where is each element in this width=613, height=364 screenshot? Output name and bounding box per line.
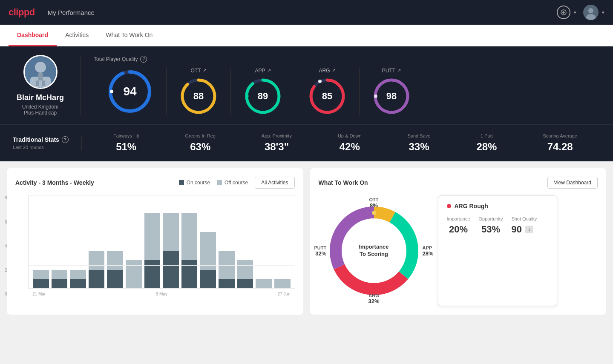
bar-group-9 <box>200 195 216 289</box>
bar-off-10 <box>219 251 235 279</box>
bar-off-9 <box>200 232 216 270</box>
bar-group-13 <box>274 195 291 289</box>
donut-center-text: ImportanceTo Scoring <box>359 244 389 258</box>
view-dashboard-button[interactable]: View Dashboard <box>547 177 598 189</box>
bar-on-7 <box>163 251 179 289</box>
bar-off-6 <box>144 213 161 260</box>
score-card-arg: ARG ↗ 85 <box>295 68 360 115</box>
bar-off-4 <box>107 251 123 269</box>
avatar[interactable] <box>583 5 599 20</box>
stat-help-icon[interactable]: ? <box>62 136 69 143</box>
bar-on-1 <box>52 279 68 289</box>
bar-off-1 <box>52 270 68 279</box>
avatar-chevron: ▾ <box>602 10 604 15</box>
tab-dashboard[interactable]: Dashboard <box>9 25 57 46</box>
avatar-group[interactable]: ▾ <box>583 5 604 20</box>
stat-1-putt-value: 28% <box>476 141 497 153</box>
score-card-ott: OTT ↗ 88 <box>167 68 231 115</box>
stat-up-down-value: 42% <box>338 141 362 153</box>
detail-dot <box>447 204 451 208</box>
tab-what-to-work-on[interactable]: What To Work On <box>97 25 161 46</box>
add-button[interactable] <box>557 6 570 19</box>
score-card-ott-label: OTT ↗ <box>191 68 207 74</box>
bar-off-7 <box>163 213 179 251</box>
bar-group-0 <box>33 195 49 289</box>
bar-on-2 <box>70 279 86 289</box>
svg-point-33 <box>338 263 342 267</box>
bar-on-6 <box>144 260 161 289</box>
detail-metric-shot-quality-label: Shot Quality <box>511 216 537 221</box>
score-card-arg-label: ARG ↗ <box>319 68 335 74</box>
bar-group-2 <box>70 195 86 289</box>
legend-on-course-label: On course <box>187 180 210 186</box>
stat-up-down: Up & Down 42% <box>338 133 362 153</box>
player-info: Blair McHarg United Kingdom Plus Handica… <box>13 55 81 116</box>
bar-on-0 <box>33 279 49 289</box>
score-card-app-label: APP ↗ <box>255 68 271 74</box>
bar-on-4 <box>107 270 123 289</box>
stat-sand-save: Sand Save 33% <box>408 133 431 153</box>
gauge-ott: 88 <box>179 77 218 115</box>
player-name: Blair McHarg <box>17 93 64 102</box>
chart-controls: On course Off course All Activities <box>179 177 295 189</box>
donut-label-app: APP 28% <box>422 245 433 257</box>
chart-legend: On course Off course <box>179 180 248 186</box>
bottom-section: Activity - 3 Months - Weekly On course O… <box>0 161 613 321</box>
detail-metric-importance-label: Importance <box>447 216 470 221</box>
quality-help-icon[interactable]: ? <box>140 56 147 63</box>
svg-point-7 <box>35 62 46 73</box>
stats-row: Traditional Stats ? Last 20 rounds Fairw… <box>0 124 613 161</box>
stat-scoring-average: Scoring Average 74.28 <box>543 133 577 153</box>
gauge-ott-value: 88 <box>193 91 204 102</box>
bar-on-9 <box>200 270 216 289</box>
stat-rounds-label: Last 20 rounds <box>13 145 69 150</box>
svg-rect-9 <box>38 73 43 81</box>
stat-app-proximity-value: 38'3" <box>262 141 292 153</box>
svg-point-30 <box>372 211 376 215</box>
all-activities-button[interactable]: All Activities <box>255 177 294 189</box>
header-title: My Performance <box>48 9 557 16</box>
y-axis: 8 6 4 2 0 <box>5 195 7 296</box>
stat-fairways-hit: Fairways Hit 51% <box>113 133 139 153</box>
player-handicap: Plus Handicap <box>24 110 57 116</box>
bars-container <box>29 195 295 289</box>
work-card: What To Work On View Dashboard <box>310 168 607 315</box>
x-labels: 21 Mar 9 May 27 Jun <box>28 289 295 296</box>
chart-header: Activity - 3 Months - Weekly On course O… <box>15 177 295 189</box>
detail-metric-shot-quality-value: 90 <box>511 224 521 235</box>
bar-group-12 <box>256 195 272 289</box>
score-card-total: 94 <box>94 68 167 115</box>
legend-on-course: On course <box>179 180 210 186</box>
stat-greens-in-reg: Greens In Reg 63% <box>185 133 216 153</box>
bar-group-8 <box>181 195 198 289</box>
bar-on-8 <box>181 260 198 289</box>
stat-greens-in-reg-value: 63% <box>185 141 216 153</box>
logo: clippd <box>9 7 35 18</box>
bar-off-13 <box>274 279 291 289</box>
bar-on-10 <box>219 279 235 289</box>
stat-sand-save-value: 33% <box>408 141 431 153</box>
stat-1-putt-name: 1 Putt <box>476 133 497 138</box>
gauge-total: 94 <box>106 68 153 115</box>
tab-activities[interactable]: Activities <box>57 25 97 46</box>
stat-sand-save-name: Sand Save <box>408 133 431 138</box>
chart-card: Activity - 3 Months - Weekly On course O… <box>7 168 303 315</box>
gauge-total-value: 94 <box>123 85 136 98</box>
player-country: United Kingdom <box>22 104 58 110</box>
logo-text: clippd <box>9 7 35 18</box>
stat-section-label: Traditional Stats ? Last 20 rounds <box>13 136 82 150</box>
bar-off-0 <box>33 270 49 279</box>
score-cards: 94 OTT ↗ 88 APP ↗ <box>94 68 600 115</box>
add-button-group[interactable]: ▾ <box>557 6 576 19</box>
detail-metric-opportunity-value: 53% <box>479 224 503 235</box>
gauge-arg: 85 <box>308 77 346 115</box>
bar-on-3 <box>89 270 105 289</box>
bar-on-11 <box>237 279 253 289</box>
donut-chart-container: ImportanceTo Scoring OTT 8% APP 28% ARG … <box>319 195 429 306</box>
gauge-putt-value: 98 <box>386 91 397 102</box>
legend-off-course: Off course <box>217 180 248 186</box>
svg-point-31 <box>409 263 413 267</box>
bar-off-12 <box>256 279 272 289</box>
detail-metric-shot-quality-row: 90 ↓ <box>511 224 537 235</box>
gauge-arg-value: 85 <box>322 91 332 102</box>
